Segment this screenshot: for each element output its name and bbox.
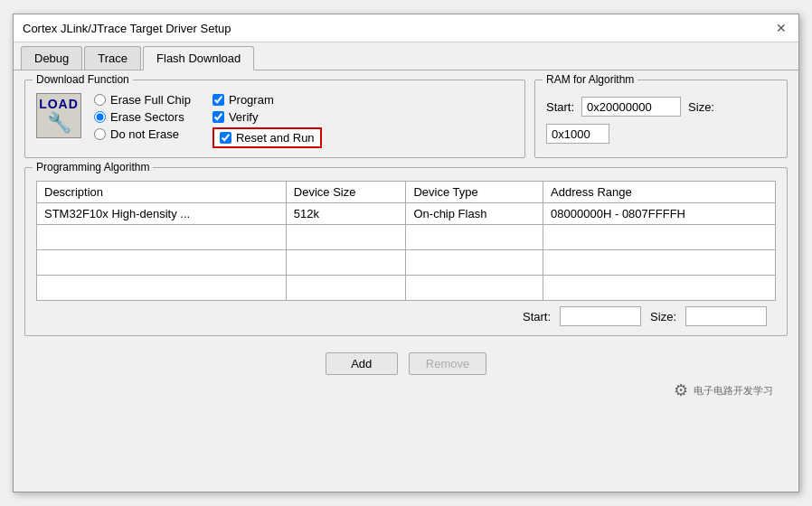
- tab-bar: Debug Trace Flash Download: [14, 42, 798, 70]
- radio-erase-full-chip[interactable]: Erase Full Chip: [94, 93, 191, 107]
- checkbox-group: Program Verify Reset and Run: [212, 93, 322, 148]
- ram-fields: Start: Size:: [546, 97, 776, 144]
- start-input[interactable]: [581, 97, 681, 117]
- checkbox-reset-and-run[interactable]: Reset and Run: [212, 127, 322, 148]
- checkbox-program-label: Program: [229, 93, 274, 107]
- tab-trace[interactable]: Trace: [84, 46, 141, 70]
- radio-erase-full-chip-label: Erase Full Chip: [110, 93, 191, 107]
- checkbox-program[interactable]: Program: [212, 93, 322, 107]
- radio-erase-sectors[interactable]: Erase Sectors: [94, 110, 191, 124]
- close-button[interactable]: ✕: [773, 20, 789, 36]
- radio-do-not-erase-label: Do not Erase: [110, 127, 179, 141]
- col-description: Description: [37, 182, 287, 203]
- col-device-type: Device Type: [406, 182, 543, 203]
- chip-icon: 🔧: [47, 111, 71, 135]
- checkbox-reset-and-run-label: Reset and Run: [236, 131, 315, 145]
- download-function-legend: Download Function: [33, 73, 133, 86]
- empty-row-3: [37, 276, 776, 301]
- empty-row-2: [37, 250, 776, 276]
- footer-logo: ⚙ 电子电路开发学习: [24, 380, 788, 404]
- bottom-size-input[interactable]: [685, 306, 767, 326]
- col-address-range: Address Range: [543, 182, 776, 203]
- radio-erase-sectors-input[interactable]: [94, 111, 106, 123]
- programming-algorithm-legend: Programming Algorithm: [33, 161, 153, 173]
- download-function-group: Download Function LOAD 🔧 Erase Full Chip: [24, 80, 525, 158]
- checkbox-verify[interactable]: Verify: [212, 110, 322, 124]
- tab-flash-download[interactable]: Flash Download: [143, 46, 254, 70]
- main-window: Cortex JLink/JTrace Target Driver Setup …: [13, 14, 799, 492]
- logo-icon: ⚙: [674, 380, 688, 400]
- logo-text: 电子电路开发学习: [694, 384, 773, 398]
- size-label: Size:: [688, 100, 714, 114]
- bottom-start-input[interactable]: [560, 306, 641, 326]
- radio-group: Erase Full Chip Erase Sectors Do not Era…: [94, 93, 191, 141]
- bottom-start-label: Start:: [523, 310, 551, 323]
- radio-erase-full-chip-input[interactable]: [94, 94, 106, 106]
- ram-algorithm-legend: RAM for Algorithm: [543, 73, 637, 86]
- footer-buttons: Add Remove: [24, 345, 788, 380]
- programming-algorithm-group: Programming Algorithm Description Device…: [24, 167, 788, 336]
- tab-debug[interactable]: Debug: [21, 46, 82, 70]
- ram-algorithm-group: RAM for Algorithm Start: Size:: [534, 80, 788, 158]
- radio-do-not-erase-input[interactable]: [94, 128, 106, 140]
- load-icon: LOAD 🔧: [36, 93, 81, 138]
- window-title: Cortex JLink/JTrace Target Driver Setup: [23, 22, 231, 35]
- empty-row-1: [37, 225, 776, 250]
- col-device-size: Device Size: [286, 182, 406, 203]
- remove-button[interactable]: Remove: [409, 352, 486, 375]
- download-function-inner: LOAD 🔧 Erase Full Chip Erase Sectors: [36, 93, 514, 148]
- size-input[interactable]: [546, 124, 609, 144]
- bottom-size-label: Size:: [650, 310, 676, 323]
- radio-erase-sectors-label: Erase Sectors: [110, 110, 184, 124]
- checkbox-reset-and-run-input[interactable]: [220, 132, 231, 144]
- cell-device-type: On-chip Flash: [406, 203, 543, 225]
- add-button[interactable]: Add: [326, 352, 398, 375]
- radio-do-not-erase[interactable]: Do not Erase: [94, 127, 191, 141]
- start-label: Start:: [546, 100, 574, 114]
- cell-address-range: 08000000H - 0807FFFFH: [543, 203, 776, 225]
- load-text: LOAD: [39, 97, 79, 111]
- table-row[interactable]: STM32F10x High-density ... 512k On-chip …: [37, 203, 776, 225]
- checkbox-verify-input[interactable]: [212, 111, 224, 123]
- bottom-inputs: Start: Size:: [36, 306, 776, 326]
- title-bar: Cortex JLink/JTrace Target Driver Setup …: [14, 14, 798, 42]
- cell-device-size: 512k: [286, 203, 406, 225]
- cell-description: STM32F10x High-density ...: [37, 203, 287, 225]
- checkbox-program-input[interactable]: [212, 94, 224, 106]
- top-row: Download Function LOAD 🔧 Erase Full Chip: [24, 80, 788, 167]
- algorithm-table: Description Device Size Device Type Addr…: [36, 181, 776, 301]
- content-area: Download Function LOAD 🔧 Erase Full Chip: [14, 70, 798, 417]
- checkbox-verify-label: Verify: [229, 110, 259, 124]
